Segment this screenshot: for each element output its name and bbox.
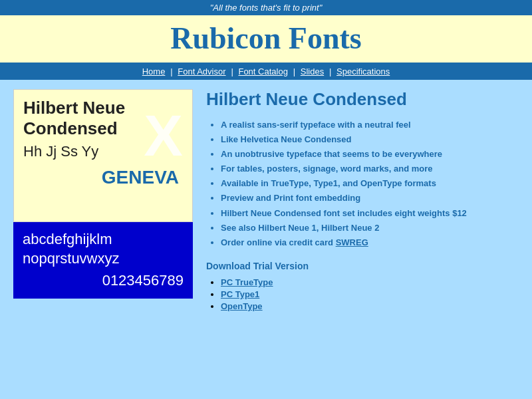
font-preview-x: X — [144, 102, 183, 170]
font-preview-top: Hilbert Neue Condensed Hh Jj Ss Yy X GEN… — [13, 89, 193, 222]
font-preview-bottom: abcdefghijklmnopqrstuvwxyz 0123456789 — [13, 222, 193, 299]
feature-4: For tables, posters, signage, word marks… — [221, 162, 519, 176]
nav-font-advisor[interactable]: Font Advisor — [178, 66, 225, 76]
left-panel: Hilbert Neue Condensed Hh Jj Ss Yy X GEN… — [13, 89, 193, 313]
nav-bar: Home | Font Advisor | Font Catalog | Sli… — [0, 63, 532, 80]
feature-6: Preview and Print font embedding — [221, 191, 519, 205]
feature-5: Available in TrueType, Type1, and OpenTy… — [221, 176, 519, 191]
nav-specifications[interactable]: Specifications — [336, 66, 390, 76]
site-title: Rubicon Fonts — [0, 21, 532, 56]
nav-home[interactable]: Home — [142, 66, 166, 76]
nav-font-catalog[interactable]: Font Catalog — [238, 66, 287, 76]
feature-2: Like Helvetica Neue Condensed — [221, 132, 519, 147]
nav-slides[interactable]: Slides — [301, 66, 324, 76]
tagline-text: "All the fonts that's fit to print" — [210, 3, 323, 13]
download-opentype: OpenType — [221, 301, 519, 311]
feature-9: Order online via credit card SWREG — [221, 235, 519, 250]
main-content: Hilbert Neue Condensed Hh Jj Ss Yy X GEN… — [0, 80, 532, 322]
swreg-link[interactable]: SWREG — [336, 237, 368, 247]
font-features-list: A realist sans-serif typeface with a neu… — [206, 118, 519, 250]
right-panel: Hilbert Neue Condensed A realist sans-se… — [206, 89, 519, 313]
download-pc-truetype: PC TrueType — [221, 277, 519, 287]
download-pc-truetype-link[interactable]: PC TrueType — [221, 277, 273, 287]
download-section: Download Trial Version PC TrueType PC Ty… — [206, 261, 519, 311]
font-preview-lowercase: abcdefghijklmnopqrstuvwxyz — [23, 230, 184, 268]
header-tagline: "All the fonts that's fit to print" — [0, 0, 532, 15]
download-pc-type1-link[interactable]: PC Type1 — [221, 289, 259, 299]
font-title: Hilbert Neue Condensed — [206, 89, 519, 110]
font-preview-numbers: 0123456789 — [23, 272, 184, 289]
download-pc-type1: PC Type1 — [221, 289, 519, 299]
download-title: Download Trial Version — [206, 261, 519, 271]
feature-3: An unobtrusive typeface that seems to be… — [221, 147, 519, 162]
font-preview-geneva: GENEVA — [23, 167, 183, 188]
download-links-list: PC TrueType PC Type1 OpenType — [206, 277, 519, 311]
feature-8: See also Hilbert Neue 1, Hilbert Neue 2 — [221, 221, 519, 235]
feature-7: Hilbert Neue Condensed font set includes… — [221, 206, 519, 221]
download-opentype-link[interactable]: OpenType — [221, 301, 263, 311]
header-title-bar: Rubicon Fonts — [0, 15, 532, 63]
feature-1: A realist sans-serif typeface with a neu… — [221, 118, 519, 132]
